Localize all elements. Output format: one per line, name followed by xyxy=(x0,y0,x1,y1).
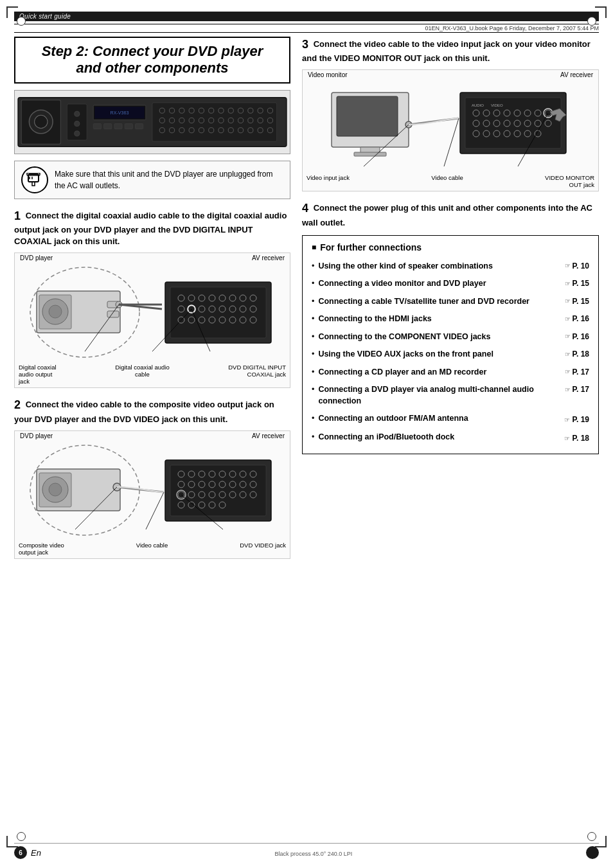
further-connections-list: Using the other kind of speaker combinat… xyxy=(312,258,589,447)
step3-text: Connect the video cable to the video inp… xyxy=(302,39,591,63)
svg-point-3 xyxy=(35,115,48,128)
page-ref-icon: ☞ xyxy=(565,332,571,341)
svg-rect-13 xyxy=(114,123,122,128)
svg-rect-14 xyxy=(125,123,132,128)
step3-diagram-inner: AUDIO VIDEO xyxy=(303,80,598,173)
further-connections-title: For further connections xyxy=(312,242,589,252)
svg-text:AUDIO: AUDIO xyxy=(472,103,484,107)
step3-video-monitor-label: Video monitor xyxy=(308,71,348,78)
step2-diagram-inner xyxy=(15,441,290,540)
svg-text:RX-V363: RX-V363 xyxy=(111,111,129,116)
step2-text: Connect the video cable to the composite… xyxy=(14,400,274,423)
section-label: Quick start guide xyxy=(19,13,71,20)
list-item: Connecting a cable TV/satellite tuner an… xyxy=(312,293,589,311)
list-item: Connecting a DVD player via analog multi… xyxy=(312,381,589,410)
main-content: Step 2: Connect your DVD player and othe… xyxy=(14,37,599,568)
further-connections-box: For further connections Using the other … xyxy=(302,235,599,454)
step4-heading: 4 Connect the power plug of this unit an… xyxy=(302,200,599,228)
step3-section: 3 Connect the video cable to the video i… xyxy=(302,37,599,191)
step1-heading: 1 Connect the digital coaxial audio cabl… xyxy=(14,208,290,248)
svg-rect-15 xyxy=(136,123,143,128)
svg-rect-141 xyxy=(337,96,398,136)
svg-text:VIDEO: VIDEO xyxy=(491,103,503,107)
step4-text: Connect the power plug of this unit and … xyxy=(302,203,592,227)
step1-diagram-box: DVD player AV receiver xyxy=(14,252,290,388)
step1-svg xyxy=(15,263,290,362)
list-item: Connecting an iPod/Bluetooth dock ☞ P. 1… xyxy=(312,429,589,447)
list-item: Connecting a video monitor and DVD playe… xyxy=(312,275,589,293)
corner-circle-bl xyxy=(17,832,26,841)
step1-dvd-player-label: DVD player xyxy=(20,254,53,261)
section-header-bar: Quick start guide xyxy=(14,12,599,21)
svg-rect-12 xyxy=(104,123,112,128)
footer-en-label: En xyxy=(31,848,41,858)
corner-mark-tl xyxy=(6,6,18,18)
svg-rect-67 xyxy=(170,287,266,338)
footer-circle: 6 xyxy=(14,846,27,859)
svg-point-102 xyxy=(49,483,62,496)
step1-text: Connect the digital coaxial audio cable … xyxy=(14,211,287,246)
step2-label-dvd-video-jack: DVD VIDEO jack xyxy=(240,542,286,556)
warning-box: Make sure that this unit and the DVD pla… xyxy=(14,161,290,199)
step2-section: 2 Connect the video cable to the composi… xyxy=(14,397,290,558)
page-number: 6 xyxy=(19,849,22,856)
step3-number: 3 xyxy=(302,38,308,51)
step3-av-receiver-label: AV receiver xyxy=(560,71,593,78)
corner-circle-tl xyxy=(17,17,26,26)
step3-svg: AUDIO VIDEO xyxy=(303,80,598,173)
device-svg: RX-V363 xyxy=(15,91,290,154)
step1-section: 1 Connect the digital coaxial audio cabl… xyxy=(14,208,290,389)
step1-number: 1 xyxy=(14,209,21,222)
page-ref-icon: ☞ xyxy=(565,350,571,359)
page-ref-icon: ☞ xyxy=(564,435,570,442)
svg-rect-64 xyxy=(107,311,119,317)
step1-bottom-labels: Digital coaxial audio output jack Digita… xyxy=(15,362,290,387)
page-ref-icon: ☞ xyxy=(565,315,571,324)
footer-circle-right xyxy=(586,846,599,859)
book-info-line: 01EN_RX-V363_U.book Page 6 Friday, Decem… xyxy=(14,24,599,33)
footer-process-text: Black process 45.0° 240.0 LPI xyxy=(275,851,353,857)
step3-diagram-box: Video monitor AV receiver xyxy=(302,69,599,191)
page-ref-icon: ☞ xyxy=(565,368,571,376)
step1-label-dvd-digital-input: DVD DIGITAL INPUT COAXIAL jack xyxy=(228,364,286,385)
svg-line-175 xyxy=(444,118,459,166)
step2-label-video-cable: Video cable xyxy=(136,542,168,556)
plug-icon xyxy=(26,173,44,187)
step3-top-labels: Video monitor AV receiver xyxy=(303,70,598,80)
list-item: Connecting to the HDMI jacks ☞ P. 16 xyxy=(312,310,589,328)
page: Quick start guide 01EN_RX-V363_U.book Pa… xyxy=(0,0,613,868)
page-ref-icon: ☞ xyxy=(565,385,571,394)
warning-icon xyxy=(21,166,48,193)
step3-heading: 3 Connect the video cable to the video i… xyxy=(302,37,599,64)
warning-text: Make sure that this unit and the DVD pla… xyxy=(55,168,283,191)
svg-rect-105 xyxy=(170,465,266,516)
step1-av-receiver-label: AV receiver xyxy=(252,254,285,261)
list-item: Connecting to the COMPONENT VIDEO jacks … xyxy=(312,328,589,346)
footer-left: 6 En xyxy=(14,846,41,859)
svg-line-138 xyxy=(146,492,164,529)
svg-point-7 xyxy=(75,131,80,136)
list-item: Using the other kind of speaker combinat… xyxy=(312,258,589,276)
right-column: 3 Connect the video cable to the video i… xyxy=(302,37,599,568)
step2-diagram-top-labels: DVD player AV receiver xyxy=(15,431,290,441)
list-item: Using the VIDEO AUX jacks on the front p… xyxy=(312,346,589,364)
page-ref-icon: ☞ xyxy=(564,416,570,423)
step2-av-receiver-label: AV receiver xyxy=(252,432,285,439)
page-footer: 6 En Black process 45.0° 240.0 LPI xyxy=(14,843,599,859)
svg-rect-11 xyxy=(93,123,101,128)
step2-diagram-box: DVD player AV receiver xyxy=(14,430,290,559)
step-title: Step 2: Connect your DVD player and othe… xyxy=(23,43,281,77)
svg-point-62 xyxy=(49,305,62,318)
svg-point-6 xyxy=(75,121,80,126)
device-image: RX-V363 xyxy=(14,90,290,154)
step1-label-coax-cable: Digital coaxial audio cable xyxy=(115,364,170,385)
step-title-box: Step 2: Connect your DVD player and othe… xyxy=(14,37,290,84)
step2-svg xyxy=(15,441,290,540)
step1-label-coax-output: Digital coaxial audio output jack xyxy=(19,364,57,385)
step2-heading: 2 Connect the video cable to the composi… xyxy=(14,397,290,425)
corner-circle-br xyxy=(587,832,596,841)
corner-circle-tr xyxy=(587,17,596,26)
page-ref-icon: ☞ xyxy=(565,279,571,288)
step3-label-video-input: Video input jack xyxy=(306,174,350,188)
footer-process: Black process 45.0° 240.0 LPI xyxy=(275,848,353,858)
